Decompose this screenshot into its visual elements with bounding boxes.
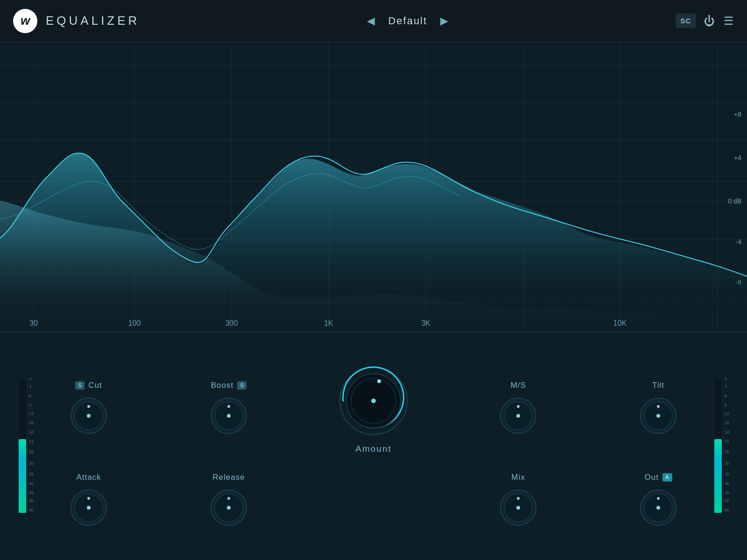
svg-text:30: 30 <box>725 461 729 466</box>
attack-knob[interactable] <box>68 487 110 529</box>
out-a-badge[interactable]: A <box>662 473 672 482</box>
ms-label-row: M/S <box>510 381 526 390</box>
svg-text:40: 40 <box>29 481 34 486</box>
next-preset-button[interactable]: ▶ <box>440 15 448 27</box>
svg-point-19 <box>87 414 91 418</box>
svg-point-45 <box>227 497 230 500</box>
svg-text:0: 0 <box>725 377 727 381</box>
release-knob[interactable] <box>208 487 250 529</box>
boost-label: Boost <box>211 381 233 390</box>
svg-text:45: 45 <box>29 490 34 495</box>
svg-text:35: 35 <box>29 472 34 476</box>
out-label: Out <box>644 473 658 482</box>
svg-text:3: 3 <box>29 384 31 389</box>
bottom-controls-row: Attack Release <box>42 473 705 529</box>
svg-text:60: 60 <box>29 508 34 512</box>
attack-label-row: Attack <box>76 473 101 482</box>
release-label: Release <box>212 473 245 482</box>
attack-group: Attack <box>56 473 121 529</box>
mix-group: Mix <box>486 473 551 529</box>
ms-knob[interactable] <box>497 395 539 437</box>
header-right: SC ⏻ ☰ <box>676 14 734 28</box>
right-vu-section: 0 3 6 9 12 15 18 21 25 30 35 40 45 50 60 <box>710 374 733 518</box>
main-controls: S Cut Boost S <box>42 354 705 538</box>
svg-text:15: 15 <box>725 420 729 425</box>
cut-s-badge[interactable]: S <box>75 381 85 390</box>
amount-group: Amount <box>336 364 411 454</box>
menu-button[interactable]: ☰ <box>724 14 734 28</box>
boost-s-badge[interactable]: S <box>237 381 247 390</box>
eq-display: +8 +4 0 dB -4 -8 30 100 300 1K 3K 10K <box>0 42 747 331</box>
boost-label-row: Boost S <box>211 381 247 390</box>
svg-point-44 <box>227 506 231 510</box>
eq-curve <box>0 42 747 331</box>
svg-text:9: 9 <box>725 403 727 407</box>
svg-text:50: 50 <box>29 498 34 503</box>
svg-point-53 <box>657 497 660 500</box>
svg-text:9: 9 <box>29 403 31 407</box>
release-label-row: Release <box>212 473 245 482</box>
prev-preset-button[interactable]: ◀ <box>367 15 375 27</box>
left-vu-section: 0 3 6 9 12 15 18 21 25 30 35 40 45 50 60 <box>14 374 37 518</box>
right-vu-meter: 0 3 6 9 12 15 18 21 25 30 35 40 45 50 60 <box>710 374 733 518</box>
svg-point-40 <box>87 506 91 510</box>
cut-label: Cut <box>88 381 102 390</box>
out-group: Out A <box>626 473 691 529</box>
svg-point-23 <box>227 414 231 418</box>
svg-text:12: 12 <box>725 411 729 416</box>
svg-text:60: 60 <box>725 508 729 512</box>
svg-rect-1 <box>19 439 26 513</box>
svg-text:50: 50 <box>725 498 729 503</box>
svg-point-49 <box>517 497 520 500</box>
svg-text:18: 18 <box>29 430 34 434</box>
boost-knob[interactable] <box>208 395 250 437</box>
header: w EQUALIZER ◀ Default ▶ SC ⏻ ☰ <box>0 0 747 42</box>
controls-panel: 0 3 6 9 12 15 18 21 25 30 35 40 45 50 60 <box>0 331 747 560</box>
power-button[interactable]: ⏻ <box>704 14 715 28</box>
cut-knob[interactable] <box>68 395 110 437</box>
attack-label: Attack <box>76 473 101 482</box>
logo-letter: w <box>21 14 30 28</box>
tilt-label: Tilt <box>652 381 664 390</box>
svg-text:18: 18 <box>725 430 729 434</box>
top-controls-row: S Cut Boost S <box>42 364 705 454</box>
svg-point-36 <box>656 414 660 418</box>
svg-text:25: 25 <box>29 449 34 454</box>
svg-point-24 <box>227 405 230 408</box>
svg-text:21: 21 <box>29 439 34 444</box>
mix-knob[interactable] <box>497 487 539 529</box>
svg-text:25: 25 <box>725 449 729 454</box>
svg-point-33 <box>517 405 520 408</box>
svg-point-32 <box>516 414 520 418</box>
svg-point-29 <box>377 379 381 383</box>
svg-text:30: 30 <box>29 461 34 466</box>
mix-label: Mix <box>511 473 525 482</box>
svg-rect-55 <box>714 439 722 513</box>
svg-text:6: 6 <box>725 393 727 398</box>
svg-text:6: 6 <box>29 393 31 398</box>
amount-knob[interactable] <box>336 364 411 438</box>
controls-inner: 0 3 6 9 12 15 18 21 25 30 35 40 45 50 60 <box>14 332 733 560</box>
release-group: Release <box>196 473 261 529</box>
svg-text:21: 21 <box>725 439 729 444</box>
header-center: ◀ Default ▶ <box>140 15 676 27</box>
out-knob[interactable] <box>637 487 679 529</box>
svg-point-48 <box>516 506 520 510</box>
tilt-group: Tilt <box>626 381 691 437</box>
out-label-row: Out A <box>644 473 672 482</box>
mix-label-row: Mix <box>511 473 525 482</box>
cut-label-row: S Cut <box>75 381 102 390</box>
svg-point-20 <box>87 405 90 408</box>
svg-text:0: 0 <box>29 377 31 381</box>
boost-group: Boost S <box>196 381 261 437</box>
sc-button[interactable]: SC <box>676 14 696 28</box>
left-vu-meter: 0 3 6 9 12 15 18 21 25 30 35 40 45 50 60 <box>14 374 37 518</box>
tilt-knob[interactable] <box>637 395 679 437</box>
preset-name: Default <box>388 15 427 27</box>
logo: w <box>13 9 37 33</box>
ms-group: M/S <box>486 381 551 437</box>
svg-text:15: 15 <box>29 420 34 425</box>
svg-point-52 <box>656 506 660 510</box>
svg-text:40: 40 <box>725 481 729 486</box>
svg-text:35: 35 <box>725 472 729 476</box>
